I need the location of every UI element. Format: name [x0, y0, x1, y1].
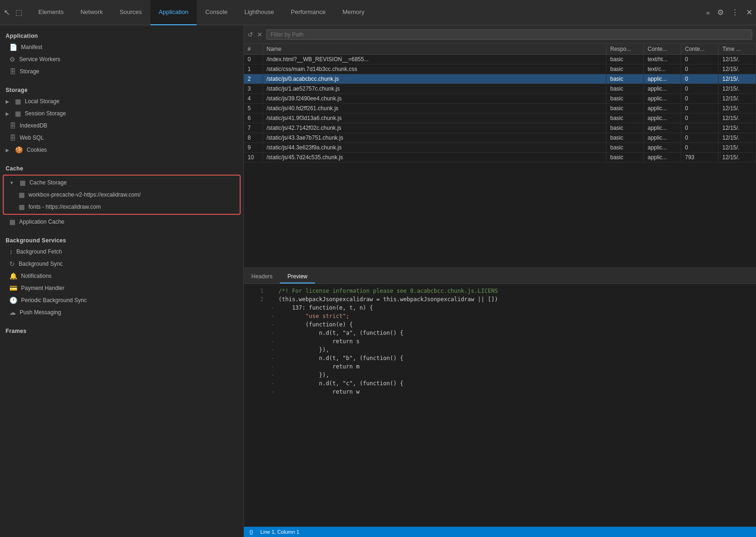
- cursor-icon[interactable]: ↖: [4, 8, 10, 17]
- close-icon[interactable]: ✕: [746, 8, 752, 17]
- code-line: - 137: function(e, t, n) {: [244, 304, 756, 313]
- nav-notifications[interactable]: 🔔 Notifications: [0, 270, 243, 282]
- cell-num: 1: [244, 64, 263, 74]
- table-row[interactable]: 6 /static/js/41.9f3d13a6.chunk.js basic …: [244, 113, 756, 123]
- tab-preview[interactable]: Preview: [280, 270, 315, 283]
- nav-payment[interactable]: 💳 Payment Handler: [0, 282, 243, 294]
- cache-storage-icon: ▦: [20, 179, 26, 186]
- table-area: ↺ ✕ # Name Respo... Conte... Conte... Ti…: [244, 25, 756, 268]
- tab-lighthouse[interactable]: Lighthouse: [236, 0, 283, 25]
- preview-panel: Headers Preview 1 /*! For license inform…: [244, 268, 756, 537]
- nav-local-storage[interactable]: ▶ ▦ Local Storage: [0, 95, 243, 107]
- nav-cookies[interactable]: ▶ 🍪 Cookies: [0, 144, 243, 156]
- table-row[interactable]: 9 /static/js/44.3e623f9a.chunk.js basic …: [244, 143, 756, 153]
- section-storage: Storage: [0, 83, 243, 95]
- nav-web-sql[interactable]: 🗄 Web SQL: [0, 132, 243, 144]
- nav-cache-workbox[interactable]: ▦ workbox-precache-v2-https://excalidraw…: [4, 189, 240, 201]
- cell-content2: 0: [681, 143, 719, 153]
- clear-button[interactable]: ✕: [257, 31, 263, 38]
- nav-bg-fetch[interactable]: ↕ Background Fetch: [0, 246, 243, 258]
- col-header-content2[interactable]: Conte...: [681, 44, 719, 55]
- inspect-icon[interactable]: ⬚: [15, 8, 22, 17]
- nav-storage[interactable]: 🗄 Storage: [0, 65, 243, 78]
- cell-response: basic: [606, 104, 644, 113]
- line-content: n.d(t, "c", (function() {: [278, 380, 403, 389]
- col-header-time[interactable]: Time ...: [719, 44, 756, 55]
- nav-bg-sync[interactable]: ↻ Background Sync: [0, 258, 243, 270]
- code-line: - }),: [244, 346, 756, 355]
- nav-push-messaging[interactable]: ☁ Push Messaging: [0, 306, 243, 318]
- cell-name: /index.html?__WB_REVISION__=6855...: [263, 55, 606, 64]
- col-header-response[interactable]: Respo...: [606, 44, 644, 55]
- line-dash: -: [271, 363, 277, 372]
- code-line: 2 (this.webpackJsonpexcalidraw = this.we…: [244, 296, 756, 304]
- web-sql-icon: 🗄: [9, 134, 16, 141]
- table-row[interactable]: 8 /static/js/43.3ae7b751.chunk.js basic …: [244, 133, 756, 143]
- more-tabs-icon[interactable]: »: [706, 9, 710, 16]
- table-row[interactable]: 4 /static/js/39.f2490ee4.chunk.js basic …: [244, 94, 756, 104]
- tab-performance[interactable]: Performance: [283, 0, 334, 25]
- filter-input[interactable]: [266, 29, 752, 40]
- tab-elements[interactable]: Elements: [30, 0, 72, 25]
- table-row[interactable]: 2 /static/js/0.acabcbcc.chunk.js basic a…: [244, 74, 756, 84]
- storage-icon: 🗄: [9, 68, 16, 75]
- line-dash: [271, 288, 277, 296]
- refresh-button[interactable]: ↺: [248, 31, 253, 38]
- nav-cache-fonts[interactable]: ▦ fonts - https://excalidraw.com: [4, 201, 240, 213]
- cell-response: basic: [606, 94, 644, 104]
- cell-time: 12/15/.: [719, 84, 756, 94]
- nav-cache-storage[interactable]: ▼ ▦ Cache Storage: [4, 177, 240, 189]
- code-line: - return s: [244, 338, 756, 346]
- tab-headers[interactable]: Headers: [244, 270, 280, 283]
- tab-bar: ↖ ⬚ Elements Network Sources Application…: [0, 0, 756, 25]
- cell-time: 12/15/.: [719, 143, 756, 153]
- cell-content-type: applic...: [644, 133, 681, 143]
- nav-app-cache[interactable]: ▦ Application Cache: [0, 216, 243, 228]
- filter-bar: ↺ ✕: [244, 25, 756, 44]
- cell-content-type: applic...: [644, 143, 681, 153]
- line-number: [250, 346, 264, 355]
- col-header-content-type[interactable]: Conte...: [644, 44, 681, 55]
- cell-content-type: text/c...: [644, 64, 681, 74]
- more-options-icon[interactable]: ⋮: [731, 8, 739, 17]
- tab-bar-right: » ⚙ ⋮ ✕: [706, 8, 752, 17]
- line-dash: -: [271, 313, 277, 321]
- table-row[interactable]: 0 /index.html?__WB_REVISION__=6855... ba…: [244, 55, 756, 64]
- tab-memory[interactable]: Memory: [334, 0, 373, 25]
- cell-content-type: applic...: [644, 123, 681, 133]
- cell-time: 12/15/.: [719, 94, 756, 104]
- nav-manifest[interactable]: 📄 Manifest: [0, 41, 243, 53]
- tab-network[interactable]: Network: [72, 0, 111, 25]
- table-row[interactable]: 10 /static/js/45.7d24c535.chunk.js basic…: [244, 153, 756, 163]
- cell-response: basic: [606, 153, 644, 163]
- cell-content2: 0: [681, 55, 719, 64]
- cell-name: /static/js/42.7142f02c.chunk.js: [263, 123, 606, 133]
- session-storage-icon: ▦: [15, 110, 21, 117]
- tab-application[interactable]: Application: [150, 0, 197, 25]
- cell-time: 12/15/.: [719, 55, 756, 64]
- nav-indexed-db[interactable]: 🗄 IndexedDB: [0, 120, 243, 132]
- cell-response: basic: [606, 55, 644, 64]
- nav-periodic-sync[interactable]: 🕐 Periodic Background Sync: [0, 294, 243, 306]
- table-row[interactable]: 3 /static/js/1.ae52757c.chunk.js basic a…: [244, 84, 756, 94]
- settings-icon[interactable]: ⚙: [717, 8, 724, 17]
- section-application: Application: [0, 29, 243, 41]
- cell-response: basic: [606, 143, 644, 153]
- push-messaging-icon: ☁: [9, 309, 16, 316]
- cell-response: basic: [606, 133, 644, 143]
- line-number: [250, 338, 264, 346]
- status-position: Line 1, Column 1: [260, 529, 299, 535]
- nav-session-storage[interactable]: ▶ ▦ Session Storage: [0, 107, 243, 120]
- table-row[interactable]: 1 /static/css/main.7d14b3cc.chunk.css ba…: [244, 64, 756, 74]
- col-header-name[interactable]: Name: [263, 44, 606, 55]
- tab-sources[interactable]: Sources: [111, 0, 150, 25]
- cell-content2: 0: [681, 133, 719, 143]
- table-row[interactable]: 7 /static/js/42.7142f02c.chunk.js basic …: [244, 123, 756, 133]
- cell-num: 0: [244, 55, 263, 64]
- table-row[interactable]: 5 /static/js/40.fd2ff261.chunk.js basic …: [244, 104, 756, 113]
- line-dash: -: [271, 330, 277, 338]
- nav-service-workers[interactable]: ⚙ Service Workers: [0, 53, 243, 65]
- tab-console[interactable]: Console: [197, 0, 236, 25]
- line-content: return m: [278, 363, 359, 372]
- cell-name: /static/js/43.3ae7b751.chunk.js: [263, 133, 606, 143]
